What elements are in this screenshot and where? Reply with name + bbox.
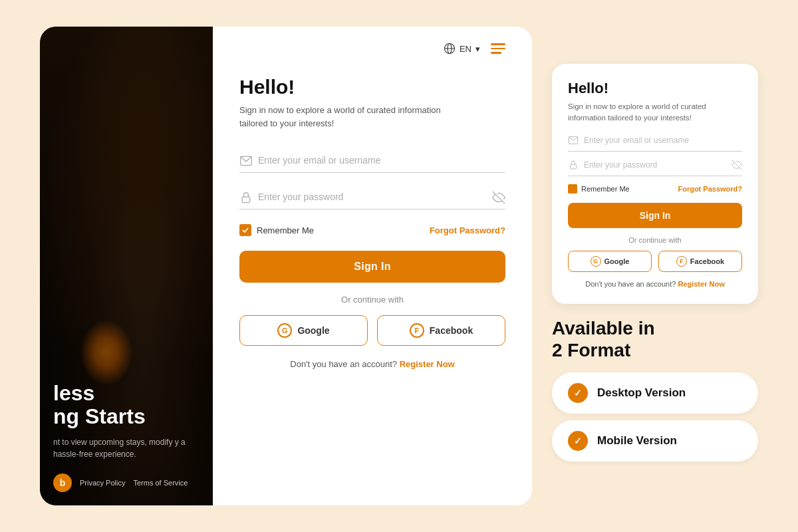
remember-row: Remember Me Forgot Password? (239, 224, 505, 236)
mini-lock-icon (568, 160, 579, 170)
form-title: Hello! (239, 76, 505, 98)
image-text: less ng Starts nt to view upcoming stays… (53, 382, 200, 460)
google-label: Google (297, 325, 329, 336)
email-input-group (239, 148, 505, 173)
globe-icon (444, 43, 456, 55)
mini-register-row: Don't you have an account? Register Now (568, 280, 742, 288)
mini-google-icon: G (591, 256, 601, 267)
mini-card-title: Hello! (568, 80, 742, 97)
mini-checkbox[interactable] (568, 184, 577, 194)
remember-checkbox[interactable] (239, 224, 251, 236)
logo-circle: b (53, 473, 72, 492)
signin-button[interactable]: Sign In (239, 251, 505, 283)
hero-description: nt to view upcoming stays, modify y a ha… (53, 436, 200, 460)
mini-google-label: Google (604, 257, 630, 265)
mini-facebook-label: Facebook (690, 257, 724, 265)
mini-forgot-link[interactable]: Forgot Password? (678, 185, 742, 193)
mini-card-subtitle: Sign in now to explore a world of curate… (568, 101, 742, 124)
mini-social-row: G Google F Facebook (568, 251, 742, 272)
left-card: less ng Starts nt to view upcoming stays… (40, 27, 532, 505)
hamburger-line-3 (491, 52, 501, 54)
google-icon: G (277, 323, 292, 338)
facebook-icon: F (410, 323, 424, 338)
facebook-button[interactable]: F Facebook (377, 315, 505, 346)
mini-register-link[interactable]: Register Now (678, 280, 724, 288)
mini-facebook-button[interactable]: F Facebook (658, 251, 742, 272)
hamburger-line-2 (491, 48, 505, 50)
formats-title: Available in 2 Format (552, 317, 758, 362)
mini-facebook-icon: F (676, 256, 687, 267)
image-panel: less ng Starts nt to view upcoming stays… (40, 27, 213, 505)
mini-remember-left: Remember Me (568, 184, 630, 194)
form-subtitle: Sign in now to explore a world of curate… (239, 104, 466, 130)
chevron-down-icon: ▾ (475, 44, 480, 54)
or-continue-text: Or continue with (239, 295, 505, 305)
footer-links: Privacy Policy Terms of Service (80, 479, 188, 487)
svg-rect-7 (570, 164, 576, 169)
mini-remember-label: Remember Me (581, 185, 630, 193)
mini-password-input[interactable] (584, 160, 732, 170)
mini-no-account-text: Don't you have an account? (585, 280, 676, 288)
desktop-check-icon: ✓ (568, 383, 588, 403)
language-selector[interactable]: EN ▾ (444, 43, 480, 55)
form-topbar: EN ▾ (239, 43, 505, 55)
desktop-label: Desktop Version (597, 386, 686, 400)
lamp-glow (80, 319, 133, 386)
mini-email-group (568, 135, 742, 152)
facebook-label: Facebook (430, 325, 473, 336)
lock-icon (239, 191, 253, 204)
eye-off-icon[interactable] (492, 191, 505, 204)
lang-label: EN (460, 44, 471, 54)
mini-or-text: Or continue with (568, 236, 742, 244)
privacy-link[interactable]: Privacy Policy (80, 479, 125, 487)
google-button[interactable]: G Google (239, 315, 368, 346)
remember-left: Remember Me (239, 224, 314, 236)
no-account-text: Don't you have an account? (290, 359, 397, 369)
forgot-password-link[interactable]: Forgot Password? (430, 225, 505, 235)
mini-password-group (568, 160, 742, 176)
email-input[interactable] (239, 148, 505, 173)
social-row: G Google F Facebook (239, 315, 505, 346)
password-input-group (239, 185, 505, 209)
svg-rect-4 (242, 197, 250, 202)
mini-signin-button[interactable]: Sign In (568, 203, 742, 228)
mini-google-button[interactable]: G Google (568, 251, 652, 272)
hero-heading: less ng Starts (53, 382, 200, 428)
image-footer: b Privacy Policy Terms of Service (53, 473, 200, 492)
right-panel: Hello! Sign in now to explore a world of… (552, 64, 758, 468)
mobile-label: Mobile Version (597, 434, 677, 448)
mini-email-icon (568, 135, 579, 146)
mini-remember-row: Remember Me Forgot Password? (568, 184, 742, 194)
password-input[interactable] (239, 185, 505, 209)
register-row: Don't you have an account? Register Now (239, 359, 505, 369)
desktop-version-button[interactable]: ✓ Desktop Version (552, 372, 758, 414)
remember-label: Remember Me (257, 225, 314, 235)
form-panel: EN ▾ Hello! Sign in now to explore a wor… (213, 27, 532, 505)
terms-link[interactable]: Terms of Service (133, 479, 188, 487)
mini-card: Hello! Sign in now to explore a world of… (552, 64, 758, 304)
mobile-version-button[interactable]: ✓ Mobile Version (552, 420, 758, 462)
mini-eye-off-icon[interactable] (732, 160, 742, 170)
hamburger-menu[interactable] (491, 43, 505, 54)
mini-email-input[interactable] (584, 136, 742, 145)
checkbox-check-icon (242, 227, 249, 233)
mobile-check-icon: ✓ (568, 431, 588, 451)
formats-section: Available in 2 Format ✓ Desktop Version … (552, 317, 758, 468)
email-icon (239, 154, 253, 168)
register-link[interactable]: Register Now (400, 359, 455, 369)
hamburger-line-1 (491, 43, 505, 45)
